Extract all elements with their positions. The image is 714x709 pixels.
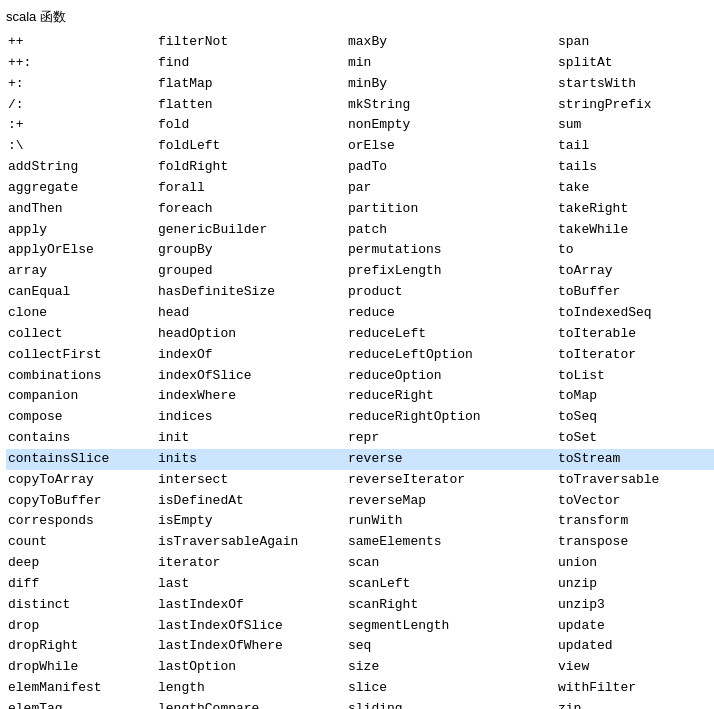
cell-r24-c2: sameElements [346,532,556,553]
cell-r28-c3: update [556,616,714,637]
cell-r8-c2: partition [346,199,556,220]
cell-r1-c1: find [156,53,346,74]
cell-r9-c1: genericBuilder [156,220,346,241]
cell-r12-c1: hasDefiniteSize [156,282,346,303]
cell-r18-c3: toSeq [556,407,714,428]
cell-r31-c3: withFilter [556,678,714,699]
cell-r29-c1: lastIndexOfWhere [156,636,346,657]
cell-r25-c2: scan [346,553,556,574]
cell-r31-c1: length [156,678,346,699]
cell-r5-c0: :\ [6,136,156,157]
cell-r23-c1: isEmpty [156,511,346,532]
cell-r5-c3: tail [556,136,714,157]
cell-r4-c2: nonEmpty [346,115,556,136]
cell-r22-c1: isDefinedAt [156,491,346,512]
cell-r18-c1: indices [156,407,346,428]
cell-r29-c0: dropRight [6,636,156,657]
cell-r28-c2: segmentLength [346,616,556,637]
cell-r32-c1: lengthCompare [156,699,346,709]
cell-r14-c3: toIterable [556,324,714,345]
cell-r24-c0: count [6,532,156,553]
cell-r1-c2: min [346,53,556,74]
cell-r12-c2: product [346,282,556,303]
cell-r13-c2: reduce [346,303,556,324]
cell-r4-c1: fold [156,115,346,136]
cell-r17-c2: reduceRight [346,386,556,407]
cell-r15-c3: toIterator [556,345,714,366]
cell-r17-c0: companion [6,386,156,407]
cell-r8-c0: andThen [6,199,156,220]
cell-r28-c1: lastIndexOfSlice [156,616,346,637]
cell-r25-c0: deep [6,553,156,574]
cell-r23-c2: runWith [346,511,556,532]
cell-r6-c3: tails [556,157,714,178]
cell-r0-c3: span [556,32,714,53]
cell-r26-c2: scanLeft [346,574,556,595]
cell-r9-c3: takeWhile [556,220,714,241]
cell-r26-c0: diff [6,574,156,595]
cell-r6-c0: addString [6,157,156,178]
cell-r8-c3: takeRight [556,199,714,220]
cell-r16-c3: toList [556,366,714,387]
cell-r14-c1: headOption [156,324,346,345]
cell-r30-c2: size [346,657,556,678]
cell-r20-c0: containsSlice [6,449,156,470]
cell-r1-c3: splitAt [556,53,714,74]
cell-r12-c0: canEqual [6,282,156,303]
cell-r27-c2: scanRight [346,595,556,616]
cell-r16-c1: indexOfSlice [156,366,346,387]
cell-r16-c2: reduceOption [346,366,556,387]
cell-r2-c1: flatMap [156,74,346,95]
cell-r25-c3: union [556,553,714,574]
cell-r32-c0: elemTag [6,699,156,709]
cell-r23-c0: corresponds [6,511,156,532]
cell-r7-c1: forall [156,178,346,199]
cell-r3-c3: stringPrefix [556,95,714,116]
function-grid: ++filterNotmaxByspan++:findminsplitAt+:f… [6,32,708,709]
cell-r0-c2: maxBy [346,32,556,53]
cell-r5-c1: foldLeft [156,136,346,157]
cell-r6-c1: foldRight [156,157,346,178]
cell-r21-c2: reverseIterator [346,470,556,491]
cell-r2-c0: +: [6,74,156,95]
cell-r27-c3: unzip3 [556,595,714,616]
cell-r17-c1: indexWhere [156,386,346,407]
cell-r10-c1: groupBy [156,240,346,261]
cell-r18-c0: compose [6,407,156,428]
cell-r13-c0: clone [6,303,156,324]
cell-r19-c1: init [156,428,346,449]
cell-r6-c2: padTo [346,157,556,178]
cell-r29-c2: seq [346,636,556,657]
cell-r10-c0: applyOrElse [6,240,156,261]
cell-r20-c2: reverse [346,449,556,470]
cell-r28-c0: drop [6,616,156,637]
cell-r27-c1: lastIndexOf [156,595,346,616]
cell-r11-c2: prefixLength [346,261,556,282]
cell-r20-c1: inits [156,449,346,470]
cell-r19-c3: toSet [556,428,714,449]
cell-r26-c1: last [156,574,346,595]
cell-r8-c1: foreach [156,199,346,220]
cell-r3-c1: flatten [156,95,346,116]
cell-r24-c3: transpose [556,532,714,553]
cell-r32-c2: sliding [346,699,556,709]
cell-r2-c3: startsWith [556,74,714,95]
cell-r30-c0: dropWhile [6,657,156,678]
cell-r0-c1: filterNot [156,32,346,53]
cell-r19-c0: contains [6,428,156,449]
cell-r9-c0: apply [6,220,156,241]
page-title: scala 函数 [6,8,708,26]
cell-r23-c3: transform [556,511,714,532]
cell-r17-c3: toMap [556,386,714,407]
cell-r9-c2: patch [346,220,556,241]
cell-r30-c3: view [556,657,714,678]
cell-r1-c0: ++: [6,53,156,74]
cell-r25-c1: iterator [156,553,346,574]
cell-r31-c0: elemManifest [6,678,156,699]
cell-r22-c0: copyToBuffer [6,491,156,512]
cell-r21-c3: toTraversable [556,470,714,491]
cell-r14-c0: collect [6,324,156,345]
cell-r32-c3: zip [556,699,714,709]
cell-r7-c2: par [346,178,556,199]
cell-r13-c3: toIndexedSeq [556,303,714,324]
